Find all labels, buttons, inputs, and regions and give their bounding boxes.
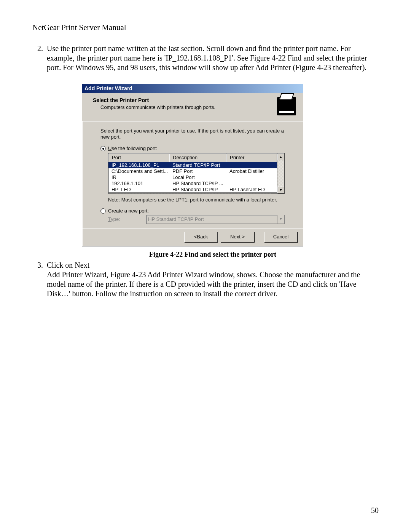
- back-rest: ack: [200, 234, 208, 240]
- wizard-body: Select the port you want your printer to…: [82, 121, 303, 228]
- wizard-header: Select the Printer Port Computers commun…: [82, 93, 303, 121]
- create-port-label: Create a new port:: [108, 208, 149, 214]
- step-2: Use the printer port name written at the…: [45, 44, 379, 259]
- step-3-text: Add Printer Wizard, Figure 4-23 Add Prin…: [47, 270, 360, 298]
- column-description[interactable]: Description: [169, 153, 226, 162]
- vertical-scrollbar[interactable]: ▲ ▼: [277, 153, 284, 193]
- next-rest: ext >: [234, 234, 245, 240]
- back-button[interactable]: < Back: [184, 232, 218, 242]
- create-new-port-radio[interactable]: Create a new port:: [100, 208, 285, 214]
- listbox-header[interactable]: Port Description Printer: [108, 153, 277, 162]
- port-type-combo: HP Standard TCP/IP Port ▼: [146, 215, 285, 224]
- cell-printer: [226, 174, 277, 181]
- scroll-right-icon[interactable]: ►: [270, 193, 277, 194]
- cell-printer: [226, 162, 277, 168]
- chevron-down-icon: ▼: [277, 215, 284, 224]
- cell-desc: HP Standard TCP/IP ...: [169, 181, 226, 187]
- wizard-footer: < Back Next > Cancel: [82, 228, 303, 246]
- add-printer-wizard-dialog: Add Printer Wizard Select the Printer Po…: [82, 84, 303, 246]
- step-2-text: Use the printer port name written at the…: [47, 44, 367, 72]
- cell-printer: [226, 181, 277, 187]
- figure-4-22: Add Printer Wizard Select the Printer Po…: [82, 84, 379, 246]
- wizard-header-text: Select the Printer Port Computers commun…: [93, 97, 215, 111]
- scroll-left-icon[interactable]: ◄: [108, 193, 115, 194]
- cell-port: IR: [108, 174, 169, 181]
- listbox-rows: IP_192.168.1.108_P1 Standard TCP/IP Port…: [108, 162, 277, 192]
- port-type-row: Type: HP Standard TCP/IP Port ▼: [108, 215, 285, 224]
- cell-desc: Local Port: [169, 174, 226, 181]
- use-port-label: Use the following port:: [108, 145, 157, 152]
- wizard-header-subtitle: Computers communicate with printers thro…: [93, 104, 215, 110]
- cell-port: IP_192.168.1.108_P1: [108, 162, 169, 168]
- cell-desc: Standard TCP/IP Port: [169, 162, 226, 168]
- cell-port: HP_LED: [108, 187, 169, 192]
- lpt1-note: Note: Most computers use the LPT1: port …: [108, 197, 285, 203]
- document-title: NetGear Print Server Manual: [32, 23, 379, 32]
- next-button[interactable]: Next >: [221, 232, 254, 242]
- cell-printer: Acrobat Distiller: [226, 168, 277, 174]
- page-number: 50: [371, 506, 379, 515]
- port-listbox[interactable]: Port Description Printer IP_192.168.1.10…: [108, 153, 285, 194]
- scroll-track[interactable]: [115, 193, 270, 194]
- printer-icon: [277, 97, 296, 115]
- cell-port: 192.168.1.101: [108, 181, 169, 187]
- wizard-header-title: Select the Printer Port: [93, 97, 215, 104]
- back-mnemonic: B: [197, 234, 200, 240]
- scroll-down-icon[interactable]: ▼: [277, 187, 284, 193]
- scroll-up-icon[interactable]: ▲: [277, 153, 284, 160]
- column-printer[interactable]: Printer: [226, 153, 277, 162]
- radio-icon: [100, 208, 106, 214]
- step-list: Use the printer port name written at the…: [32, 44, 379, 299]
- cell-port: C:\Documents and Setti...: [108, 168, 169, 174]
- next-mnemonic: N: [230, 234, 234, 240]
- column-port[interactable]: Port: [108, 153, 169, 162]
- instruction-text: Select the port you want your printer to…: [100, 128, 285, 141]
- dialog-titlebar: Add Printer Wizard: [82, 84, 303, 93]
- type-label: Type:: [108, 216, 142, 222]
- listbox-content: Port Description Printer IP_192.168.1.10…: [108, 153, 277, 193]
- combo-value: HP Standard TCP/IP Port: [148, 216, 204, 222]
- figure-caption: Figure 4-22 Find and select the printer …: [47, 250, 379, 259]
- radio-icon: [100, 146, 106, 151]
- use-following-port-radio[interactable]: Use the following port:: [100, 145, 285, 152]
- step-3: Click on Next Add Printer Wizard, Figure…: [45, 260, 379, 299]
- cancel-button[interactable]: Cancel: [264, 232, 298, 242]
- cell-desc: HP Standard TCP/IP: [169, 187, 226, 192]
- back-prefix: <: [194, 234, 197, 240]
- cell-desc: PDF Port: [169, 168, 226, 174]
- port-row[interactable]: 192.168.1.101 HP Standard TCP/IP ...: [108, 181, 277, 187]
- port-row[interactable]: C:\Documents and Setti... PDF Port Acrob…: [108, 168, 277, 174]
- manual-page: NetGear Print Server Manual Use the prin…: [0, 0, 411, 532]
- horizontal-scrollbar[interactable]: ◄ ►: [108, 192, 277, 194]
- port-row[interactable]: IR Local Port: [108, 174, 277, 181]
- scroll-track[interactable]: [277, 160, 284, 187]
- port-row[interactable]: HP_LED HP Standard TCP/IP HP LaserJet ED: [108, 187, 277, 192]
- cell-printer: HP LaserJet ED: [226, 187, 277, 192]
- port-row-selected[interactable]: IP_192.168.1.108_P1 Standard TCP/IP Port: [108, 162, 277, 168]
- step-3-lead: Click on Next: [47, 261, 89, 269]
